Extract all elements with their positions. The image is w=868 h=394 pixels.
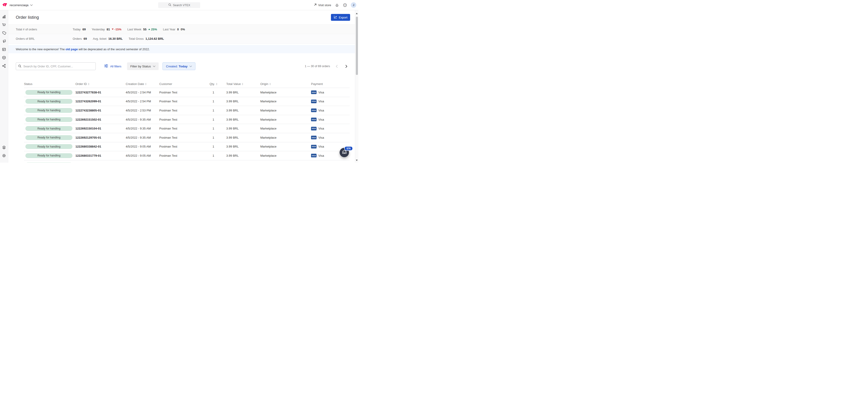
next-page-button[interactable]: [343, 63, 349, 69]
visa-card-icon: VISA: [311, 154, 316, 157]
sidebar-item-catalog[interactable]: [0, 54, 8, 62]
origin-cell: Marketplace: [260, 145, 311, 148]
metric-last-year: Last Year 0 0%: [163, 28, 185, 31]
pagination-range: 1 — 30 of 69 orders: [305, 65, 330, 68]
table-row[interactable]: Ready for handling 1222743277838-01 4/5/…: [24, 88, 350, 97]
qty-cell: 1: [210, 109, 226, 112]
old-page-link[interactable]: old page: [66, 47, 78, 51]
banner-text: Welcome to the new experience! The: [16, 47, 66, 51]
column-header-payment: Payment: [311, 82, 350, 86]
status-badge: Ready for handling: [25, 90, 72, 95]
table-row[interactable]: Ready for handling 1222692129705-01 4/5/…: [24, 133, 350, 142]
scroll-down-arrow[interactable]: [356, 160, 358, 161]
order-search-input[interactable]: [16, 62, 96, 70]
scrollbar-thumb[interactable]: [356, 17, 358, 75]
metric-last-week: Last Week 55 25%: [127, 28, 157, 31]
creation-date-cell: 4/5/2022 - 2:54 PM: [126, 91, 159, 94]
status-badge: Ready for handling: [25, 117, 72, 122]
payment-cell: VISAVisa: [311, 127, 350, 130]
visit-store-button[interactable]: Visit store: [314, 3, 331, 7]
customer-cell: Postman Test: [159, 118, 210, 121]
created-value: Today: [179, 65, 188, 68]
order-listing-page: recorrenciaqa Search VTEX Visit store: [0, 0, 358, 163]
user-avatar[interactable]: J: [351, 2, 356, 8]
table-body: Ready for handling 1222743277838-01 4/5/…: [24, 88, 350, 163]
metric-yesterday: Yesterday 81 -15%: [92, 28, 121, 31]
visa-card-icon: VISA: [311, 100, 316, 103]
sidebar-item-orders[interactable]: [0, 21, 8, 29]
column-header-total-value[interactable]: Total Value: [226, 82, 260, 86]
filter-by-status-dropdown[interactable]: Filter by Status: [127, 62, 159, 70]
payment-cell: VISAVisa: [311, 118, 350, 121]
order-id-cell: 1222743262099-01: [75, 100, 126, 103]
notifications-bell-icon[interactable]: [335, 3, 339, 7]
sort-icon: [242, 83, 243, 85]
account-switcher[interactable]: recorrenciaqa: [9, 3, 33, 7]
column-header-order-id[interactable]: Order ID: [75, 82, 126, 86]
trend-down-icon: [112, 29, 114, 30]
inbox-icon: [342, 150, 347, 155]
origin-cell: Marketplace: [260, 127, 311, 130]
all-filters-button[interactable]: All filters: [104, 64, 121, 68]
sidebar-item-settings[interactable]: [0, 152, 8, 160]
qty-cell: 1: [210, 127, 226, 130]
metric-today: Today 69: [73, 28, 86, 31]
scroll-up-arrow[interactable]: [356, 13, 358, 14]
status-badge: Ready for handling: [25, 126, 72, 131]
orders-summary-label: Total # of orders: [16, 28, 73, 31]
order-id-cell: 1222692151502-01: [75, 118, 126, 121]
order-id-cell: 1222743238805-01: [75, 109, 126, 112]
order-id-cell: 1222692150104-01: [75, 127, 126, 130]
metric-orders: Orders 69: [73, 37, 87, 40]
created-filter-dropdown[interactable]: Created: Today: [162, 62, 195, 70]
pagination: 1 — 30 of 69 orders: [305, 63, 349, 69]
export-button[interactable]: Export: [331, 14, 350, 21]
global-search-input[interactable]: Search VTEX: [158, 2, 200, 8]
creation-date-cell: 4/5/2022 - 2:53 PM: [126, 109, 159, 112]
visa-card-icon: VISA: [311, 136, 316, 139]
status-badge: Ready for handling: [25, 144, 72, 149]
column-header-origin[interactable]: Origin: [260, 82, 311, 86]
table-row[interactable]: Ready for handling 1222680331779-01 4/5/…: [24, 151, 350, 160]
line-chart-icon: [334, 15, 337, 20]
scrollbar[interactable]: [355, 10, 358, 163]
order-id-cell: 1222680338842-01: [75, 145, 126, 148]
bar-chart-icon: [2, 14, 6, 20]
customer-cell: Postman Test: [159, 100, 210, 103]
orders-summary-band: Total # of orders Today 69 Yesterday 81 …: [8, 25, 358, 34]
page-title: Order listing: [16, 15, 39, 20]
previous-page-button[interactable]: [334, 63, 340, 69]
total-value-cell: 3.99 BRL: [226, 145, 260, 148]
deprecation-banner: Welcome to the new experience! The old p…: [8, 45, 358, 53]
customer-cell: Postman Test: [159, 127, 210, 130]
global-search-placeholder: Search VTEX: [173, 4, 190, 7]
sidebar-item-storefront[interactable]: [0, 46, 8, 54]
payment-cell: VISAVisa: [311, 100, 350, 103]
table-row[interactable]: Ready for handling 1222743262099-01 4/5/…: [24, 97, 350, 106]
table-row-partial[interactable]: Ready for handling: [24, 160, 350, 163]
column-header-creation-date[interactable]: Creation Date: [126, 82, 159, 86]
sidebar-item-marketing[interactable]: [0, 37, 8, 46]
storefront-icon: [2, 47, 6, 52]
table-row[interactable]: Ready for handling 1222680338842-01 4/5/…: [24, 142, 350, 152]
visa-card-icon: VISA: [311, 145, 316, 149]
table-row[interactable]: Ready for handling 1222743238805-01 4/5/…: [24, 106, 350, 115]
help-icon[interactable]: ?: [343, 3, 347, 7]
status-badge: Ready for handling: [25, 99, 72, 104]
origin-cell: Marketplace: [260, 118, 311, 121]
sidebar-item-apps[interactable]: [0, 144, 8, 152]
export-label: Export: [339, 16, 347, 19]
metric-total-gross: Total Gross 1,124.62 BRL: [129, 37, 164, 40]
sidebar-item-integrations[interactable]: [0, 62, 8, 70]
orders-inbox-floating-button[interactable]: 576: [340, 148, 349, 157]
chevron-down-icon: [153, 66, 155, 67]
column-header-qty[interactable]: Qty.: [210, 82, 226, 86]
qty-cell: 1: [210, 118, 226, 121]
visa-card-icon: VISA: [311, 91, 316, 94]
table-row[interactable]: Ready for handling 1222692150104-01 4/5/…: [24, 124, 350, 133]
sidebar-item-promotions[interactable]: [0, 29, 8, 37]
box-icon: [2, 56, 6, 61]
table-row[interactable]: Ready for handling 1222692151502-01 4/5/…: [24, 115, 350, 124]
sidebar-item-analytics[interactable]: [0, 13, 8, 21]
customer-cell: Postman Test: [159, 154, 210, 157]
